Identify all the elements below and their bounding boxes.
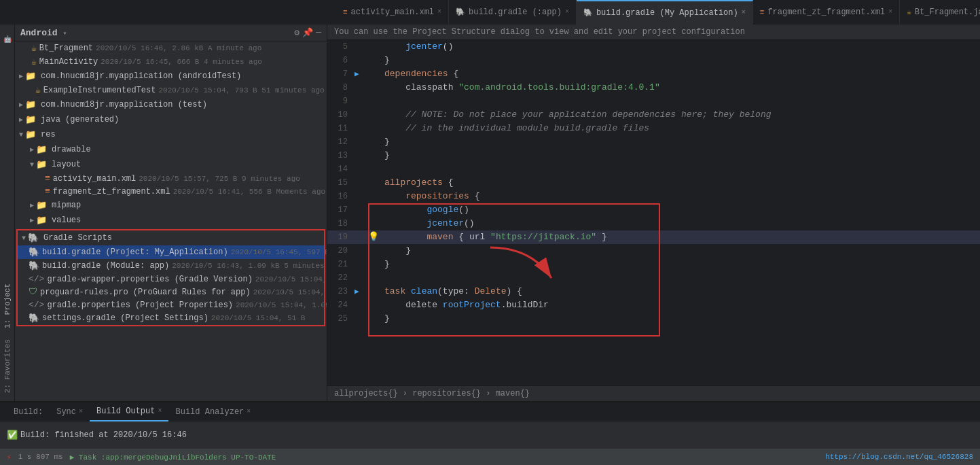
tree-item-fragment-xml[interactable]: ≡ fragment_zt_fragment.xml 2020/10/5 16:… xyxy=(15,185,327,198)
folder-icon: 📁 xyxy=(25,129,36,140)
tab-build-gradle-app[interactable]: 🐘 build.gradle (:app) × xyxy=(449,0,577,24)
file-meta: 2020/10/5 15:04, 770 B xyxy=(253,288,327,296)
code-content: repositories { xyxy=(382,190,980,203)
android-dropdown[interactable]: Android ▾ xyxy=(20,28,67,38)
tab-close-icon[interactable]: × xyxy=(247,408,251,415)
sidebar-favorites-label[interactable]: 2: Favorites xyxy=(2,334,13,398)
pin-icon[interactable]: 📌 xyxy=(302,27,313,38)
minimize-icon[interactable]: — xyxy=(316,27,321,38)
tab-close-icon[interactable]: × xyxy=(437,8,441,16)
tab-label: Bt_Fragment.java xyxy=(915,7,980,17)
line-number: 7 xyxy=(327,67,355,81)
status-ok-icon: ✅ xyxy=(7,430,18,441)
code-content: google() xyxy=(382,203,980,217)
bottom-tab-build-analyzer[interactable]: Build Analyzer × xyxy=(168,402,257,421)
tree-item-activity-main-xml[interactable]: ≡ activity_main.xml 2020/10/5 15:57, 725… xyxy=(15,172,327,185)
bulb-icon[interactable]: 💡 xyxy=(368,232,379,242)
tab-label: Sync xyxy=(56,407,76,417)
tree-item-mainactivity[interactable]: ☕ MainActivity 2020/10/5 16:45, 666 B 4 … xyxy=(15,55,327,69)
tree-folder-drawable[interactable]: ▶ 📁 drawable xyxy=(15,142,327,157)
file-name: build.gradle (Project: My_Application) xyxy=(42,247,228,257)
bottom-tab-build[interactable]: Build: xyxy=(7,402,50,421)
file-meta: 2020/10/5 15:57, 725 B 9 minutes ago xyxy=(139,175,300,183)
settings-icon[interactable]: ⚙ xyxy=(294,27,300,38)
tree-folder-layout[interactable]: ▼ 📁 layout xyxy=(15,157,327,172)
tree-folder-values[interactable]: ▶ 📁 values xyxy=(15,213,327,228)
tree-folder-androidtest[interactable]: ▶ 📁 com.hnucm18jr.myapplication (android… xyxy=(15,69,327,84)
line-number: 21 xyxy=(327,258,355,271)
tree-item-build-gradle-project[interactable]: 🐘 build.gradle (Project: My_Application)… xyxy=(18,245,324,259)
code-content: } xyxy=(382,135,980,149)
code-line-18: 18 jcenter() xyxy=(327,217,980,230)
code-content: } xyxy=(382,312,980,326)
line-gutter[interactable]: 💡 xyxy=(368,230,382,244)
folder-name: drawable xyxy=(52,145,91,154)
code-line-22: 22 xyxy=(327,271,980,285)
tree-folder-res[interactable]: ▼ 📁 res xyxy=(15,127,327,142)
expand-icon: ▶ xyxy=(30,216,34,224)
code-line-9: 9 xyxy=(327,94,980,108)
tree-folder-mipmap[interactable]: ▶ 📁 mipmap xyxy=(15,198,327,213)
android-label: Android xyxy=(20,28,58,38)
code-content: delete rootProject.buildDir xyxy=(382,298,980,312)
tree-item-example-test[interactable]: ☕ ExampleInstrumentedTest 2020/10/5 15:0… xyxy=(15,84,327,97)
editor-area[interactable]: 5 jcenter() 6 } 7 ▶ depende xyxy=(327,40,980,385)
tab-bt-fragment[interactable]: ☕ Bt_Fragment.java × xyxy=(900,0,980,24)
bottom-tab-sync[interactable]: Sync × xyxy=(50,402,90,421)
tree-item-bt-fragment[interactable]: ☕ Bt_Fragment 2020/10/5 16:46, 2.86 kB A… xyxy=(15,41,327,55)
tab-label: Build Output xyxy=(96,407,155,416)
line-number: 11 xyxy=(327,122,355,135)
tab-close-icon[interactable]: × xyxy=(79,408,83,415)
file-name: proguard-rules.pro (ProGuard Rules for a… xyxy=(40,288,251,297)
file-meta: 2020/10/5 16:41, 556 B Moments ago xyxy=(173,188,325,196)
bottom-tab-build-output[interactable]: Build Output × xyxy=(90,402,168,421)
tab-close-icon[interactable]: × xyxy=(888,8,892,16)
line-number: 23 xyxy=(327,285,355,298)
file-meta: 2020/10/5 16:45, 597 B 5 minutes a... xyxy=(231,248,327,256)
run-gutter[interactable]: ▶ xyxy=(355,67,368,81)
xml-file-icon: ≡ xyxy=(45,186,50,196)
code-content: task clean(type: Delete) { xyxy=(382,285,980,298)
run-icon: ⚡ xyxy=(7,453,12,462)
url-text[interactable]: https://blog.csdn.net/qq_46526828 xyxy=(825,453,973,461)
code-line-24: 24 delete rootProject.buildDir xyxy=(327,298,980,312)
java-file-icon: ☕ xyxy=(35,85,41,96)
tree-header-icons: ⚙ 📌 — xyxy=(294,27,321,38)
line-number: 25 xyxy=(327,312,355,326)
tree-item-settings-gradle[interactable]: 🐘 settings.gradle (Project Settings) 202… xyxy=(18,311,324,325)
expand-icon: ▶ xyxy=(19,72,23,80)
folder-name: java (generated) xyxy=(41,115,119,124)
java-file-icon: ☕ xyxy=(31,43,37,54)
folder-name: res xyxy=(41,130,56,139)
java-file-icon: ☕ xyxy=(31,56,37,67)
tab-build-gradle-myapp[interactable]: 🐘 build.gradle (My Application) × xyxy=(577,0,753,24)
tree-item-gradle-properties[interactable]: </> gradle.properties (Project Propertie… xyxy=(18,298,324,311)
line-number: 10 xyxy=(327,108,355,122)
sidebar-project-label[interactable]: 1: Project xyxy=(2,278,13,334)
collapse-icon: ▼ xyxy=(19,131,23,139)
expand-icon: ▶ xyxy=(30,201,34,209)
tree-item-build-gradle-module[interactable]: 🐘 build.gradle (Module: app) 2020/10/5 1… xyxy=(18,259,324,273)
tree-folder-java-generated[interactable]: ▶ 📁 java (generated) xyxy=(15,112,327,127)
bottom-panel: Build: Sync × Build Output × Build Analy… xyxy=(0,401,980,449)
tree-folder-test[interactable]: ▶ 📁 com.hnucm18jr.myapplication (test) xyxy=(15,97,327,112)
collapse-icon: ▼ xyxy=(30,161,34,169)
tab-activity-main[interactable]: ≡ activity_main.xml × xyxy=(336,0,449,24)
folder-name: layout xyxy=(52,160,81,169)
gradle-scripts-header[interactable]: ▼ 🐘 Gradle Scripts xyxy=(18,230,324,245)
file-meta: 2020/10/5 15:04, 1.09 kB xyxy=(236,301,327,309)
tab-fragment-zt[interactable]: ≡ fragment_zt_fragment.xml × xyxy=(753,0,900,24)
tab-close-icon[interactable]: × xyxy=(158,407,162,415)
line-number: 24 xyxy=(327,298,355,312)
line-number: 8 xyxy=(327,81,355,94)
run-gutter[interactable]: ▶ xyxy=(355,285,368,298)
java-icon: ☕ xyxy=(907,7,911,16)
tab-close-icon[interactable]: × xyxy=(565,8,569,16)
code-content: jcenter() xyxy=(382,217,980,230)
xml-file-icon: ≡ xyxy=(45,173,50,184)
line-number: 17 xyxy=(327,203,355,217)
tree-item-gradle-wrapper[interactable]: </> gradle-wrapper.properties (Gradle Ve… xyxy=(18,273,324,286)
tree-item-proguard[interactable]: 🛡 proguard-rules.pro (ProGuard Rules for… xyxy=(18,286,324,298)
tab-close-icon[interactable]: × xyxy=(742,9,746,16)
folder-name: com.hnucm18jr.myapplication (test) xyxy=(41,100,207,109)
